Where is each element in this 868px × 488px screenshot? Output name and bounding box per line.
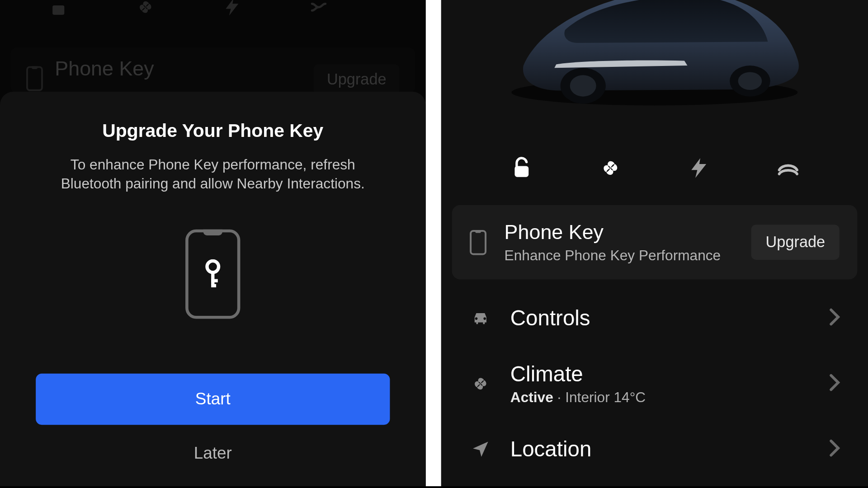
fan-icon: [468, 374, 492, 394]
svg-rect-0: [52, 5, 64, 15]
modal-body: To enhance Phone Key performance, refres…: [46, 155, 380, 193]
svg-point-9: [738, 72, 762, 90]
key-icon: [203, 259, 223, 289]
climate-status: Active: [510, 389, 553, 405]
phone-icon: [470, 230, 486, 254]
phone-key-title: Phone Key: [55, 57, 154, 80]
climate-detail: Interior 14°C: [565, 389, 646, 405]
vent-icon[interactable]: [309, 0, 330, 18]
left-top-icon-row: [0, 0, 426, 18]
later-button[interactable]: Later: [194, 444, 232, 463]
car-icon: [468, 308, 492, 328]
unlock-icon[interactable]: [508, 155, 534, 181]
upgrade-pill[interactable]: Upgrade: [314, 64, 400, 94]
svg-point-1: [207, 261, 219, 272]
menu-climate[interactable]: Climate Active · Interior 14°C: [441, 346, 868, 421]
climate-subtitle: Active · Interior 14°C: [510, 389, 646, 406]
phone-icon: [26, 66, 43, 91]
menu-controls[interactable]: Controls: [441, 290, 868, 346]
phone-key-subtitle: Enhance Phone Key Performance: [505, 247, 751, 264]
chevron-right-icon: [829, 374, 840, 394]
bolt-icon[interactable]: [686, 155, 712, 181]
controls-label: Controls: [510, 305, 590, 330]
upgrade-button[interactable]: Upgrade: [751, 225, 840, 260]
bolt-icon[interactable]: [222, 0, 243, 18]
location-icon: [468, 439, 492, 460]
phone-key-title: Phone Key: [505, 221, 751, 244]
phone-key-card-behind-modal: Phone Key Upgrade: [11, 47, 415, 93]
quick-action-row: [441, 143, 868, 205]
chevron-right-icon: [829, 308, 840, 328]
phone-key-illustration: [185, 229, 240, 319]
svg-rect-4: [211, 284, 216, 287]
svg-point-7: [570, 75, 596, 96]
menu-location[interactable]: Location: [441, 421, 868, 462]
vehicle-image-area: [441, 0, 868, 143]
left-screen: Phone Key Upgrade Upgrade Your Phone Key…: [0, 0, 426, 486]
upgrade-modal: Upgrade Your Phone Key To enhance Phone …: [0, 92, 426, 486]
svg-rect-2: [211, 272, 214, 285]
fan-icon[interactable]: [135, 0, 156, 18]
climate-label: Climate: [510, 361, 646, 386]
start-button[interactable]: Start: [36, 374, 390, 425]
svg-rect-3: [211, 279, 218, 282]
chevron-right-icon: [829, 439, 840, 460]
car-illustration: [488, 0, 821, 113]
right-screen: Phone Key Enhance Phone Key Performance …: [441, 0, 868, 486]
fan-icon[interactable]: [597, 155, 623, 181]
svg-rect-10: [514, 166, 528, 177]
lock-icon[interactable]: [47, 0, 69, 18]
modal-title: Upgrade Your Phone Key: [36, 120, 390, 141]
screen-divider: [426, 0, 441, 486]
location-label: Location: [510, 437, 591, 462]
frunk-icon[interactable]: [775, 155, 801, 181]
phone-key-card[interactable]: Phone Key Enhance Phone Key Performance …: [452, 205, 858, 280]
